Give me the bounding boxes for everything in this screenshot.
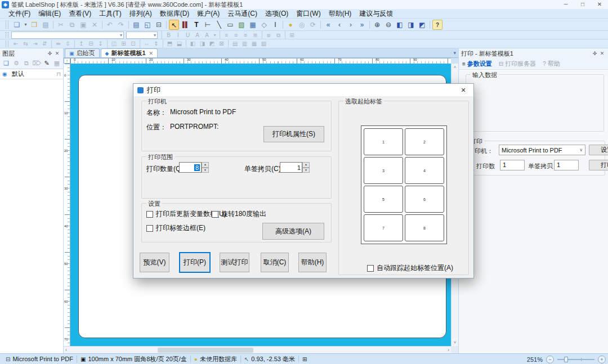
- zoom-slider[interactable]: [557, 359, 594, 360]
- tab-template[interactable]: ◆ 新标签模板1 ✕: [101, 48, 158, 57]
- close-button[interactable]: ✕: [591, 0, 608, 10]
- start-label-cell[interactable]: 4: [405, 157, 444, 184]
- rotate-180-checkbox[interactable]: 旋转180度输出: [212, 209, 266, 219]
- start-label-cell[interactable]: 2: [405, 128, 444, 155]
- quick-print-button[interactable]: 打印: [589, 160, 608, 170]
- minimize-button[interactable]: ─: [557, 0, 574, 10]
- start-label-cell[interactable]: 3: [364, 157, 403, 184]
- fit-page-icon[interactable]: ◨: [406, 20, 416, 30]
- horizontal-scrollbar[interactable]: ‹ ›: [64, 346, 451, 353]
- unlock-icon[interactable]: ⊓: [56, 71, 61, 77]
- close-icon[interactable]: ✕: [53, 51, 61, 56]
- advanced-options-button[interactable]: 高级选项(A): [262, 223, 324, 240]
- scrollbar-thumb[interactable]: [158, 348, 253, 353]
- layer-row[interactable]: ◉ 默认 ⊓: [0, 69, 63, 79]
- maximize-button[interactable]: □: [574, 0, 591, 10]
- test-print-button[interactable]: 测试打印: [220, 253, 249, 272]
- checkbox-box[interactable]: [367, 265, 374, 272]
- checkbox-box[interactable]: [146, 211, 153, 218]
- zoom-slider-thumb[interactable]: [564, 357, 568, 362]
- barcode-tool-icon[interactable]: ▌▌: [180, 20, 190, 30]
- menu-item[interactable]: 账户(A): [193, 9, 223, 19]
- visibility-eye-icon[interactable]: ◉: [2, 71, 7, 77]
- cancel-button[interactable]: 取消(C): [261, 253, 289, 272]
- menu-item[interactable]: 云马通(C): [223, 9, 261, 19]
- new-icon[interactable]: ❏: [12, 20, 22, 30]
- tab-start-page[interactable]: ▣ 启始页: [65, 48, 100, 57]
- checkbox-box[interactable]: [146, 225, 153, 232]
- image-tool-icon[interactable]: ▧: [236, 20, 247, 30]
- spin-down-icon[interactable]: ▼: [302, 168, 310, 173]
- menu-item[interactable]: 帮助(H): [325, 9, 356, 19]
- close-icon[interactable]: ✕: [598, 51, 606, 56]
- font-size-select[interactable]: ▾: [126, 32, 158, 39]
- menu-item[interactable]: 排列(A): [126, 9, 156, 19]
- menu-item[interactable]: 建议与反馈: [355, 9, 397, 19]
- add-layer-icon[interactable]: ❏: [2, 59, 11, 68]
- fit-all-icon[interactable]: ◩: [417, 20, 427, 30]
- ibeam-tool-icon[interactable]: I: [270, 20, 280, 30]
- copies-input[interactable]: 1: [554, 160, 579, 170]
- printer-select[interactable]: Microsoft Print to PDF ∨: [499, 145, 585, 155]
- tab-parameter-settings[interactable]: ≡ 参数设置: [462, 60, 492, 68]
- copies-stepper[interactable]: 1 ▲▼: [280, 162, 310, 173]
- print-quantity-stepper[interactable]: 8 ▲▼: [179, 162, 209, 173]
- chevron-down-icon[interactable]: ▾: [453, 50, 456, 56]
- zoom-in-icon[interactable]: ⊕: [372, 20, 382, 30]
- status-label-spec[interactable]: ▣ 100mm x 70mm 圆角8枚/页 20页/盒: [77, 355, 190, 363]
- checkbox-box[interactable]: [212, 211, 218, 218]
- grid-icon[interactable]: ⊞: [302, 356, 307, 362]
- page-setup-icon[interactable]: ▤: [131, 20, 141, 30]
- print-count-input[interactable]: 1: [500, 160, 525, 170]
- printer-properties-button[interactable]: 打印机属性(S): [263, 126, 324, 142]
- help-button[interactable]: 帮助(H): [298, 253, 327, 272]
- line-tool-icon[interactable]: ╲: [214, 20, 224, 30]
- start-label-cell[interactable]: 1: [364, 128, 403, 155]
- scroll-down-icon[interactable]: ˅: [454, 339, 457, 346]
- open-icon[interactable]: ❒: [29, 20, 39, 30]
- table-tool-icon[interactable]: ▦: [248, 20, 258, 30]
- guide-tool-icon[interactable]: ⊢: [203, 20, 213, 30]
- menu-item[interactable]: 选项(O): [261, 9, 292, 19]
- print-preview-icon[interactable]: ◱: [142, 20, 153, 30]
- scroll-left-icon[interactable]: ‹: [65, 347, 67, 353]
- scroll-right-icon[interactable]: ›: [448, 347, 449, 353]
- menu-item[interactable]: 工具(T): [95, 9, 125, 19]
- last-record-icon[interactable]: »: [357, 20, 367, 30]
- help-icon[interactable]: ?: [432, 20, 442, 30]
- ole-tool-icon[interactable]: ◇: [259, 20, 269, 30]
- dialog-title-bar[interactable]: 打印 ✕: [133, 84, 473, 96]
- font-family-select[interactable]: ▾: [11, 32, 124, 39]
- printer-settings-button[interactable]: 设置: [589, 145, 608, 155]
- print-button[interactable]: 打印(P): [179, 252, 211, 273]
- start-label-cell[interactable]: 8: [405, 214, 444, 241]
- menu-item[interactable]: 文件(F): [5, 9, 34, 19]
- tab-close-icon[interactable]: ✕: [149, 51, 154, 56]
- menu-item[interactable]: 编辑(E): [34, 9, 65, 19]
- fit-width-icon[interactable]: ◧: [395, 20, 405, 30]
- zoom-in-icon[interactable]: +: [598, 356, 606, 363]
- first-record-icon[interactable]: «: [323, 20, 333, 30]
- pin-icon[interactable]: ✜: [46, 51, 53, 56]
- preview-button[interactable]: 预览(V): [140, 253, 169, 272]
- database-icon[interactable]: ●: [285, 20, 296, 30]
- start-label-cell[interactable]: 7: [364, 214, 403, 241]
- auto-track-checkbox[interactable]: 自动跟踪起始标签位置(A): [367, 263, 453, 273]
- next-record-icon[interactable]: ›: [346, 20, 356, 30]
- menu-item[interactable]: 窗口(W): [292, 9, 324, 19]
- new-caret-icon[interactable]: ▾: [23, 20, 28, 30]
- status-database[interactable]: ● 未使用数据库: [191, 355, 240, 363]
- start-label-cell[interactable]: 5: [364, 186, 403, 213]
- menu-item[interactable]: 查看(V): [65, 9, 95, 19]
- select-tool-icon[interactable]: ↖: [169, 20, 179, 30]
- zoom-out-icon[interactable]: −: [546, 356, 554, 363]
- prev-record-icon[interactable]: ‹: [334, 20, 345, 30]
- start-label-cell[interactable]: 6: [405, 186, 444, 213]
- dialog-close-icon[interactable]: ✕: [459, 86, 468, 95]
- label-border-checkbox[interactable]: 打印标签边框(E): [146, 223, 205, 233]
- spin-up-icon[interactable]: ▲: [302, 162, 310, 168]
- spin-up-icon[interactable]: ▲: [202, 162, 209, 168]
- rename-layer-icon[interactable]: ✎: [42, 59, 51, 68]
- pin-icon[interactable]: ✜: [591, 51, 598, 56]
- save-icon[interactable]: ▤: [41, 20, 51, 30]
